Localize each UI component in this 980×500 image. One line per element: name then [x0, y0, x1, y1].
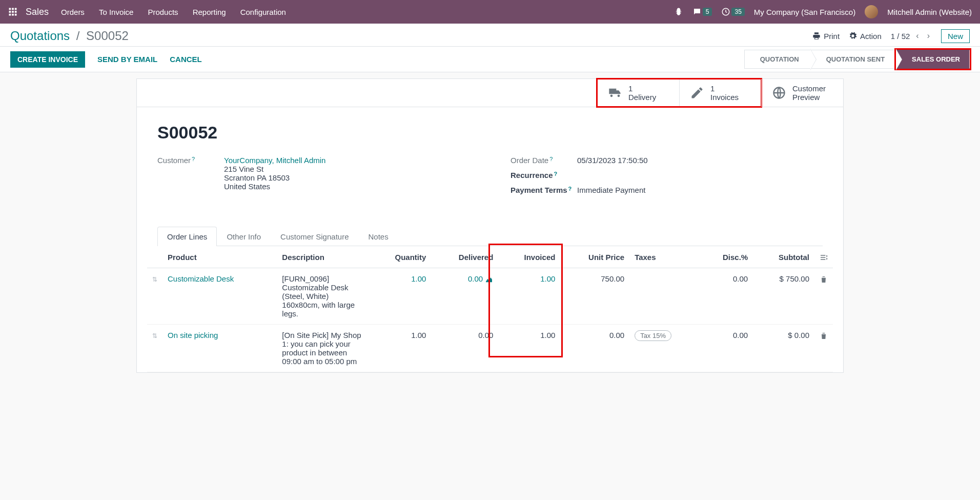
bug-icon[interactable]	[674, 7, 683, 16]
status-sales-order[interactable]: SALES ORDER	[896, 50, 970, 69]
breadcrumb-current: S00052	[86, 29, 129, 43]
clock-icon	[721, 7, 730, 16]
cell-delivered[interactable]: 0.00	[431, 268, 498, 325]
apps-icon[interactable]	[8, 7, 17, 16]
cell-taxes[interactable]	[629, 268, 700, 325]
cell-quantity[interactable]: 1.00	[369, 325, 431, 372]
trash-icon[interactable]	[820, 332, 828, 340]
cell-taxes[interactable]: Tax 15%	[629, 325, 700, 372]
cell-invoiced[interactable]: 1.00	[498, 268, 560, 325]
pager: 1 / 52 ‹ ›	[891, 31, 932, 41]
address-line3: United States	[224, 182, 270, 191]
col-disc: Disc.%	[700, 246, 753, 268]
user-menu[interactable]: Mitchell Admin (Website)	[887, 8, 972, 16]
col-subtotal: Subtotal	[753, 246, 814, 268]
cell-quantity[interactable]: 1.00	[369, 268, 431, 325]
address-line2: Scranton PA 18503	[224, 173, 290, 182]
stat-invoices[interactable]: 1 Invoices	[679, 79, 761, 107]
svg-rect-1	[12, 8, 14, 10]
recurrence-label: Recurrence?	[511, 171, 577, 179]
cell-disc[interactable]: 0.00	[700, 268, 753, 325]
form-body: S00052 Customer? YourCompany, Mitchell A…	[137, 107, 843, 226]
stat-invoices-label: Invoices	[710, 93, 739, 102]
stat-delivery-label: Delivery	[628, 93, 656, 102]
stat-delivery-count: 1	[628, 84, 656, 93]
stat-customer-preview[interactable]: Customer Preview	[761, 79, 843, 107]
trash-icon[interactable]	[820, 275, 828, 284]
col-description: Description	[277, 246, 369, 268]
chat-badge: 5	[703, 8, 712, 16]
cell-invoiced[interactable]: 1.00	[498, 325, 560, 372]
pager-prev[interactable]: ‹	[914, 31, 921, 41]
cell-product[interactable]: On site picking	[168, 331, 218, 339]
orderdate-label: Order Date?	[511, 156, 577, 165]
activity-badge: 35	[731, 8, 744, 16]
breadcrumb: Quotations / S00052	[10, 29, 812, 43]
company-switcher[interactable]: My Company (San Francisco)	[754, 8, 855, 16]
new-button[interactable]: New	[941, 29, 970, 43]
status-bar: QUOTATION QUOTATION SENT SALES ORDER	[744, 50, 970, 69]
table-row[interactable]: ⇅ On site picking [On Site Pick] My Shop…	[147, 325, 833, 372]
order-lines-table: Product Description Quantity Delivered I…	[147, 246, 833, 372]
tab-customer-signature[interactable]: Customer Signature	[271, 227, 358, 246]
cell-product[interactable]: Customizable Desk	[168, 274, 234, 283]
drag-handle-icon[interactable]: ⇅	[152, 276, 157, 283]
action-label: Action	[860, 32, 882, 41]
pager-text[interactable]: 1 / 52	[891, 32, 910, 41]
cell-description[interactable]: [FURN_0096] Customizable Desk (Steel, Wh…	[277, 268, 369, 325]
cell-unit-price[interactable]: 750.00	[560, 268, 629, 325]
print-button[interactable]: Print	[812, 32, 840, 41]
nav-to-invoice[interactable]: To Invoice	[99, 8, 134, 16]
chat-indicator[interactable]: 5	[692, 7, 712, 16]
tab-notes[interactable]: Notes	[358, 227, 398, 246]
address-line1: 215 Vine St	[224, 165, 263, 173]
customer-value[interactable]: YourCompany, Mitchell Admin	[224, 156, 325, 165]
pager-next[interactable]: ›	[925, 31, 932, 41]
truck-icon	[608, 86, 622, 100]
stat-invoices-count: 1	[710, 84, 739, 93]
nav-configuration[interactable]: Configuration	[240, 8, 286, 16]
chat-icon	[692, 7, 702, 16]
columns-settings-icon[interactable]	[820, 253, 828, 262]
col-delivered: Delivered	[431, 246, 498, 268]
breadcrumb-separator: /	[76, 29, 80, 43]
print-label: Print	[824, 32, 840, 41]
cell-description[interactable]: [On Site Pick] My Shop 1: you can pick y…	[277, 325, 369, 372]
col-quantity: Quantity	[369, 246, 431, 268]
cell-disc[interactable]: 0.00	[700, 325, 753, 372]
activity-indicator[interactable]: 35	[721, 7, 744, 16]
brand-label[interactable]: Sales	[26, 7, 49, 17]
action-button[interactable]: Action	[849, 32, 882, 41]
cell-subtotal[interactable]: $ 0.00	[753, 325, 814, 372]
notebook-tabs: Order Lines Other Info Customer Signatur…	[157, 226, 823, 246]
status-quotation-sent[interactable]: QUOTATION SENT	[810, 50, 896, 69]
action-bar: CREATE INVOICE SEND BY EMAIL CANCEL QUOT…	[0, 47, 980, 72]
cell-subtotal[interactable]: $ 750.00	[753, 268, 814, 325]
nav-reporting[interactable]: Reporting	[193, 8, 226, 16]
stat-preview-l2: Preview	[792, 93, 826, 102]
nav-links: Orders To Invoice Products Reporting Con…	[61, 8, 674, 16]
customer-label: Customer?	[157, 156, 224, 165]
cell-delivered[interactable]: 0.00	[431, 325, 498, 372]
stat-preview-l1: Customer	[792, 84, 826, 93]
nav-orders[interactable]: Orders	[61, 8, 85, 16]
tab-other-info[interactable]: Other Info	[217, 227, 271, 246]
status-quotation[interactable]: QUOTATION	[744, 50, 810, 69]
nav-products[interactable]: Products	[148, 8, 178, 16]
cell-unit-price[interactable]: 0.00	[560, 325, 629, 372]
orderdate-value[interactable]: 05/31/2023 17:50:50	[577, 156, 823, 165]
drag-handle-icon[interactable]: ⇅	[152, 332, 157, 339]
stat-delivery[interactable]: 1 Delivery	[597, 79, 679, 107]
chart-area-icon[interactable]	[485, 275, 493, 284]
breadcrumb-root[interactable]: Quotations	[10, 29, 70, 43]
tab-order-lines[interactable]: Order Lines	[157, 227, 217, 246]
col-unit-price: Unit Price	[560, 246, 629, 268]
create-invoice-button[interactable]: CREATE INVOICE	[10, 51, 85, 68]
avatar[interactable]	[865, 5, 878, 18]
cancel-button[interactable]: CANCEL	[170, 55, 202, 64]
send-email-button[interactable]: SEND BY EMAIL	[97, 55, 157, 64]
svg-rect-0	[9, 8, 11, 10]
payment-terms-value[interactable]: Immediate Payment	[577, 186, 823, 194]
svg-rect-8	[15, 14, 17, 16]
table-row[interactable]: ⇅ Customizable Desk [FURN_0096] Customiz…	[147, 268, 833, 325]
